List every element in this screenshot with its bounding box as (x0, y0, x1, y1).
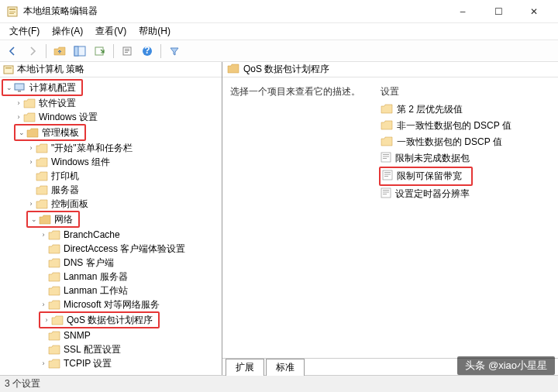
caret-icon[interactable]: › (14, 113, 23, 121)
filter-button[interactable] (165, 43, 184, 60)
help-button[interactable]: ? (138, 43, 157, 60)
folder-icon (48, 284, 60, 297)
tree-header: 本地计算机 策略 (0, 62, 222, 77)
folder-icon (48, 357, 60, 370)
tree-node-admin-templates[interactable]: ⌄ 管理模板 (16, 126, 81, 139)
list-item-timer-res[interactable]: 设置定时器分辨率 (377, 186, 558, 202)
tree-node-windows-settings[interactable]: › Windows 设置 (2, 110, 221, 124)
caret-icon[interactable]: › (39, 231, 48, 239)
svg-rect-5 (74, 46, 78, 56)
details-header: QoS 数据包计划程序 (222, 62, 558, 77)
folder-icon (48, 242, 60, 255)
svg-rect-10 (125, 52, 128, 53)
minimize-button[interactable]: – (445, 0, 480, 23)
tree-node-qos[interactable]: ›QoS 数据包计划程序 (40, 313, 155, 327)
back-button[interactable] (3, 43, 22, 60)
folder-open-icon (39, 213, 51, 225)
settings-list: 设置 第 2 层优先级值 非一致性数据包的 DSCP 值 一致性数据包的 DSC… (377, 77, 558, 358)
caret-icon[interactable]: › (42, 316, 51, 324)
description-column: 选择一个项目来查看它的描述。 (222, 77, 377, 358)
tree-node-computer-config[interactable]: ⌄ 计算机配置 (3, 81, 78, 95)
caret-icon[interactable]: › (26, 200, 36, 208)
tree-node-ms-peer[interactable]: ›Microsoft 对等网络服务 (2, 297, 221, 311)
show-hide-tree-button[interactable] (71, 43, 89, 60)
svg-rect-22 (384, 172, 391, 173)
svg-rect-17 (381, 153, 391, 162)
caret-icon[interactable]: › (26, 158, 36, 166)
tab-standard[interactable]: 标准 (266, 359, 305, 376)
menu-view[interactable]: 查看(V) (89, 23, 133, 40)
highlight-qos: ›QoS 数据包计划程序 (39, 311, 160, 328)
status-bar: 3 个设置 (0, 375, 558, 392)
settings-column-header[interactable]: 设置 (377, 85, 558, 98)
list-item-dscp-non[interactable]: 非一致性数据包的 DSCP 值 (377, 118, 558, 134)
caret-icon[interactable]: › (26, 144, 36, 152)
tree-node-dns-client[interactable]: DNS 客户端 (2, 256, 221, 270)
tree-node-tcpip[interactable]: ›TCPIP 设置 (2, 356, 221, 370)
menu-help[interactable]: 帮助(H) (133, 23, 177, 40)
svg-rect-1 (9, 9, 16, 10)
tree-node-network[interactable]: ⌄ 网络 (28, 212, 75, 226)
tree-node-snmp[interactable]: SNMP (2, 328, 221, 342)
console-tree[interactable]: ⌄ 计算机配置 › 软件设置 › Windows 设置 ⌄ 管理模板 (0, 77, 222, 375)
tree-node-lanman-server[interactable]: Lanman 服务器 (2, 270, 221, 284)
up-button[interactable] (50, 43, 69, 60)
list-item-limit-reservable[interactable]: 限制可保留带宽 (381, 168, 465, 184)
svg-rect-19 (383, 156, 389, 157)
svg-rect-24 (384, 176, 388, 177)
tree-node-printers[interactable]: 打印机 (2, 169, 221, 183)
svg-text:?: ? (144, 46, 150, 56)
folder-icon (36, 198, 48, 210)
svg-rect-8 (125, 49, 129, 50)
console-tree-pane: 本地计算机 策略 ⌄ 计算机配置 › 软件设置 › Windows 设置 (0, 62, 222, 375)
maximize-button[interactable]: ☐ (480, 0, 516, 23)
caret-icon[interactable]: › (39, 359, 48, 367)
list-item-dscp-con[interactable]: 一致性数据包的 DSCP 值 (377, 134, 558, 150)
caret-icon[interactable]: ⌄ (17, 129, 26, 136)
tab-extended[interactable]: 扩展 (226, 359, 264, 376)
tree-node-servers[interactable]: 服务器 (2, 183, 221, 197)
folder-open-icon (227, 64, 239, 76)
properties-button[interactable] (118, 43, 136, 60)
export-list-button[interactable] (91, 43, 109, 60)
status-text: 3 个设置 (5, 377, 40, 390)
setting-icon (381, 152, 391, 165)
svg-rect-14 (5, 67, 12, 69)
tree-node-software[interactable]: › 软件设置 (2, 96, 221, 110)
highlight-computer-config: ⌄ 计算机配置 (2, 79, 83, 96)
tree-node-control-panel[interactable]: › 控制面板 (2, 197, 221, 211)
caret-icon[interactable]: ⌄ (29, 215, 39, 223)
folder-icon (23, 97, 36, 109)
menu-file[interactable]: 文件(F) (3, 23, 46, 40)
menu-action[interactable]: 操作(A) (46, 23, 89, 40)
close-button[interactable]: ✕ (516, 0, 552, 23)
highlight-admin-templates: ⌄ 管理模板 (14, 124, 86, 141)
folder-icon (51, 314, 64, 326)
menu-bar: 文件(F) 操作(A) 查看(V) 帮助(H) (0, 23, 558, 40)
tree-node-directaccess[interactable]: DirectAccess 客户端体验设置 (2, 242, 221, 256)
svg-rect-16 (18, 91, 21, 92)
folder-icon (48, 329, 60, 342)
folder-icon (48, 343, 60, 356)
folder-icon (48, 270, 60, 283)
caret-icon[interactable]: › (39, 301, 48, 308)
list-item-limit-unfinished[interactable]: 限制未完成数据包 (377, 150, 558, 167)
toolbar: ? (0, 40, 558, 62)
forward-button[interactable] (23, 43, 42, 60)
svg-rect-20 (383, 158, 387, 159)
folder-icon (48, 298, 60, 311)
tree-node-start-taskbar[interactable]: › "开始"菜单和任务栏 (2, 141, 221, 155)
folder-icon (381, 104, 393, 116)
folder-icon (48, 229, 60, 241)
svg-rect-3 (9, 13, 14, 14)
caret-icon[interactable]: › (14, 99, 23, 107)
folder-icon (23, 111, 36, 123)
folder-icon (36, 142, 48, 154)
tree-node-branchcache[interactable]: ›BranchCache (2, 228, 221, 242)
folder-icon (381, 120, 393, 132)
caret-icon[interactable]: ⌄ (5, 84, 14, 91)
tree-node-windows-components[interactable]: › Windows 组件 (2, 155, 221, 169)
list-item-layer2[interactable]: 第 2 层优先级值 (377, 101, 558, 118)
tree-node-lanman-workstation[interactable]: Lanman 工作站 (2, 284, 221, 297)
tree-node-ssl[interactable]: SSL 配置设置 (2, 342, 221, 356)
